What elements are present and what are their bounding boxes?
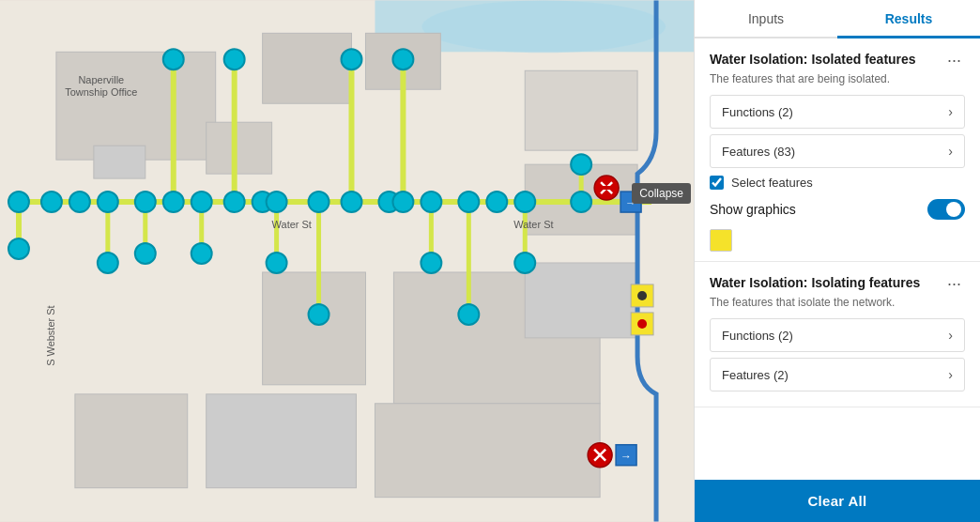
isolating-features-chevron: › [948, 367, 953, 382]
svg-point-36 [41, 192, 62, 212]
graphics-color-swatch[interactable] [710, 229, 732, 252]
svg-point-56 [191, 243, 212, 264]
svg-point-50 [458, 192, 479, 212]
tab-inputs[interactable]: Inputs [695, 0, 837, 38]
isolating-features-section: Water Isolation: Isolating features ··· … [695, 262, 980, 407]
svg-point-52 [514, 192, 535, 212]
isolated-features-desc: The features that are being isolated. [710, 72, 965, 85]
svg-point-49 [421, 192, 441, 212]
svg-point-59 [421, 253, 441, 273]
svg-rect-3 [56, 52, 216, 160]
isolating-features-title: Water Isolation: Isolating features [710, 275, 943, 290]
svg-rect-12 [75, 394, 188, 488]
map-area[interactable]: → → Naperville Township Office Water St … [0, 0, 694, 522]
svg-point-60 [458, 304, 479, 325]
svg-rect-67 [600, 186, 613, 190]
select-features-checkbox[interactable] [710, 176, 724, 190]
svg-point-32 [224, 49, 245, 69]
svg-point-76 [637, 291, 647, 300]
svg-text:S Webster St: S Webster St [45, 305, 56, 365]
svg-point-35 [8, 192, 29, 212]
svg-text:Naperville: Naperville [78, 74, 124, 85]
svg-point-34 [392, 49, 413, 69]
isolated-functions-label: Functions (2) [722, 105, 793, 119]
svg-point-46 [342, 192, 362, 212]
svg-point-54 [98, 253, 118, 273]
svg-rect-6 [207, 122, 272, 174]
select-features-row: Select features [710, 176, 965, 190]
svg-text:→: → [625, 196, 636, 209]
isolating-functions-row[interactable]: Functions (2) › [710, 318, 965, 352]
svg-point-39 [135, 192, 156, 212]
isolated-features-menu-btn[interactable]: ··· [943, 52, 965, 69]
svg-rect-13 [207, 394, 357, 488]
isolating-features-desc: The features that isolate the network. [710, 296, 965, 309]
svg-point-38 [98, 192, 118, 212]
show-graphics-label: Show graphics [710, 202, 796, 217]
isolated-features-title: Water Isolation: Isolated features [710, 52, 943, 67]
svg-text:Water St: Water St [272, 219, 312, 230]
svg-point-53 [571, 192, 591, 212]
svg-point-2 [421, 0, 666, 53]
svg-point-63 [571, 154, 591, 175]
svg-point-44 [267, 192, 287, 212]
svg-rect-10 [263, 272, 366, 385]
isolating-features-menu-btn[interactable]: ··· [943, 275, 965, 292]
show-graphics-toggle[interactable] [927, 199, 965, 220]
right-panel: Inputs Results Water Isolation: Isolated… [694, 0, 980, 522]
svg-point-33 [342, 49, 362, 69]
panel-content[interactable]: Water Isolation: Isolated features ··· T… [695, 38, 980, 480]
svg-point-78 [637, 319, 647, 329]
isolating-features-label-2: Features (2) [722, 368, 789, 382]
svg-rect-7 [94, 146, 145, 178]
tab-results[interactable]: Results [837, 0, 980, 38]
svg-rect-14 [375, 404, 600, 498]
svg-point-57 [267, 253, 287, 273]
svg-text:Water St: Water St [513, 219, 553, 230]
isolating-functions-chevron: › [948, 328, 953, 343]
svg-text:→: → [620, 450, 632, 463]
tab-bar: Inputs Results [695, 0, 980, 38]
svg-point-41 [191, 192, 212, 212]
svg-point-45 [309, 192, 329, 212]
color-swatch-row [710, 229, 965, 252]
show-graphics-row: Show graphics [710, 199, 965, 220]
svg-point-58 [309, 304, 329, 325]
svg-text:Township Office: Township Office [65, 86, 137, 98]
isolated-features-chevron: › [948, 144, 953, 159]
toggle-slider [927, 199, 965, 220]
isolated-features-header: Water Isolation: Isolated features ··· [710, 52, 965, 69]
svg-point-42 [224, 192, 245, 212]
isolated-features-section: Water Isolation: Isolated features ··· T… [695, 38, 980, 262]
isolating-features-header: Water Isolation: Isolating features ··· [710, 275, 965, 292]
isolated-functions-row[interactable]: Functions (2) › [710, 95, 965, 129]
svg-point-31 [163, 49, 184, 69]
svg-point-61 [514, 253, 535, 273]
svg-rect-15 [525, 263, 637, 338]
isolated-features-label: Features (83) [722, 145, 795, 159]
isolating-functions-label: Functions (2) [722, 329, 793, 343]
isolated-features-row[interactable]: Features (83) › [710, 134, 965, 168]
isolated-functions-chevron: › [948, 104, 953, 119]
svg-point-51 [486, 192, 507, 212]
svg-point-62 [8, 238, 29, 259]
svg-point-48 [392, 192, 413, 212]
svg-point-40 [163, 192, 184, 212]
select-features-label[interactable]: Select features [731, 176, 813, 190]
clear-all-button[interactable]: Clear All [695, 480, 980, 522]
isolating-features-row[interactable]: Features (2) › [710, 358, 965, 392]
svg-point-37 [69, 192, 90, 212]
svg-rect-4 [263, 33, 352, 103]
svg-point-55 [135, 243, 156, 264]
svg-rect-8 [525, 70, 637, 150]
bottom-spacer [695, 407, 980, 426]
